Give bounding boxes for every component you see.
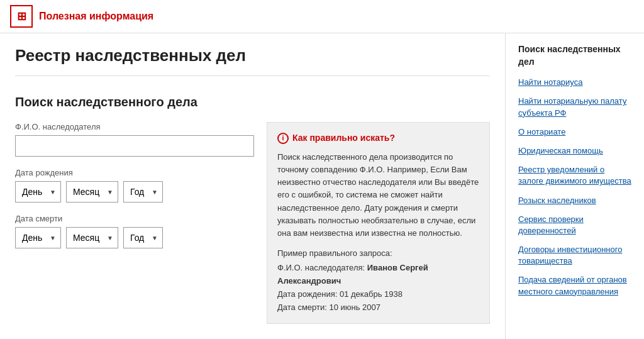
death-month-wrapper: Месяц: [66, 227, 118, 248]
sidebar-link-notariat[interactable]: О нотариате: [518, 126, 631, 138]
sidebar-link-poa-check[interactable]: Сервис проверки доверенностей: [518, 214, 631, 236]
info-box-title: Как правильно искать?: [292, 131, 395, 145]
info-example-birth-label: Дата рождения:: [277, 289, 337, 299]
info-example-title: Пример правильного запроса:: [277, 247, 479, 260]
main-layout: Реестр наследственных дел Поиск наследст…: [0, 33, 644, 339]
page-title: Реестр наследственных дел: [15, 46, 490, 76]
info-example-death-line: Дата смерти: 10 июнь 2007: [277, 301, 479, 314]
death-year-wrapper: Год: [123, 227, 163, 248]
death-day-wrapper: День: [15, 227, 61, 248]
sidebar-link-heir-search[interactable]: Розыск наследников: [518, 195, 631, 206]
info-example-birth-line: Дата рождения: 01 декабрь 1938: [277, 288, 479, 301]
info-box: i Как правильно искать? Поиск наследстве…: [267, 122, 490, 324]
info-box-body: Поиск наследственного дела производится …: [277, 151, 479, 240]
sidebar-link-pledge[interactable]: Реестр уведомлений о залоге движимого им…: [518, 164, 631, 187]
form-area: Ф.И.О. наследодателя Дата рождения День …: [15, 122, 490, 324]
death-day-select[interactable]: День: [15, 227, 61, 248]
birth-day-select[interactable]: День: [15, 181, 61, 203]
info-icon: i: [277, 133, 289, 144]
section-title: Поиск наследственного дела: [15, 95, 490, 109]
birth-year-select[interactable]: Год: [123, 181, 163, 203]
info-example-death-value: 10 июнь 2007: [329, 303, 380, 312]
header-title: Полезная информация: [39, 11, 153, 22]
name-input[interactable]: [15, 135, 254, 157]
info-example-name-line: Ф.И.О. наследодателя: Иванов Сергей Алек…: [277, 262, 479, 288]
sidebar-link-legal-help[interactable]: Юридическая помощь: [518, 145, 631, 157]
birth-month-select[interactable]: Месяц: [66, 181, 118, 203]
sidebar-link-local-gov[interactable]: Подача сведений от органов местного само…: [518, 274, 631, 297]
name-label: Ф.И.О. наследодателя: [15, 122, 254, 131]
birth-day-wrapper: День: [15, 181, 61, 203]
sidebar-link-notary[interactable]: Найти нотариуса: [518, 77, 631, 88]
logo-icon: ⊞: [10, 5, 33, 28]
birth-year-wrapper: Год: [123, 181, 163, 203]
right-sidebar: Поиск наследственных дел Найти нотариуса…: [506, 33, 644, 339]
birth-date-label: Дата рождения: [15, 168, 254, 177]
logo-box: ⊞ Полезная информация: [10, 5, 153, 28]
info-example-name-label: Ф.И.О. наследодателя:: [277, 263, 365, 272]
death-month-select[interactable]: Месяц: [66, 227, 118, 248]
death-date-selects: День Месяц Год: [15, 227, 254, 248]
sidebar-link-investment[interactable]: Договоры инвестиционного товарищества: [518, 244, 631, 267]
death-date-label: Дата смерти: [15, 214, 254, 223]
left-content: Реестр наследственных дел Поиск наследст…: [0, 33, 506, 339]
top-header: ⊞ Полезная информация: [0, 0, 644, 33]
sidebar-link-notary-chamber[interactable]: Найти нотариальную палату субъекта РФ: [518, 96, 631, 118]
info-example-death-label: Дата смерти:: [277, 303, 327, 312]
birth-month-wrapper: Месяц: [66, 181, 118, 203]
sidebar-section-title: Поиск наследственных дел: [518, 43, 631, 68]
info-box-header: i Как правильно искать?: [277, 131, 479, 145]
info-example-birth-value: 01 декабрь 1938: [340, 289, 402, 299]
birth-date-selects: День Месяц Год: [15, 181, 254, 203]
death-year-select[interactable]: Год: [123, 227, 163, 248]
form-left: Ф.И.О. наследодателя Дата рождения День …: [15, 122, 254, 324]
